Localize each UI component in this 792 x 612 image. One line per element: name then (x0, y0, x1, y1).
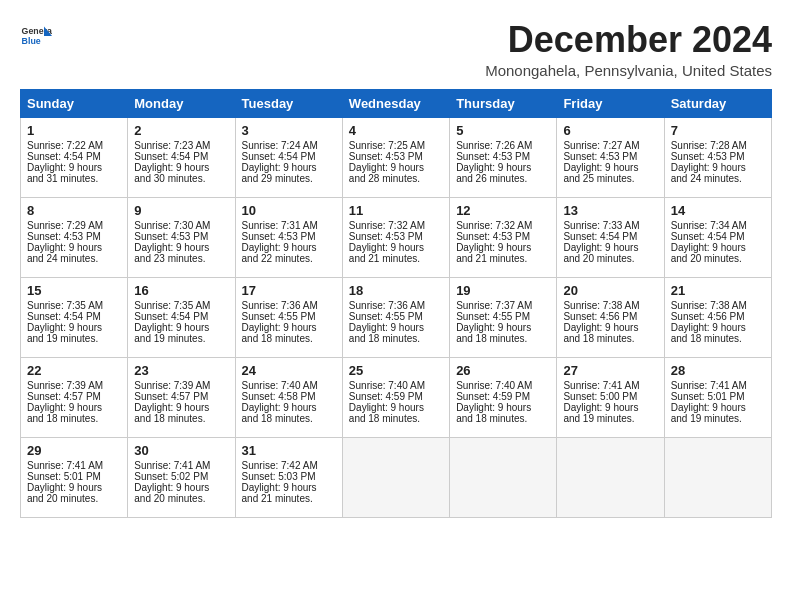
day-number: 30 (134, 443, 228, 458)
sunset-text: Sunset: 4:57 PM (27, 391, 121, 402)
day-number: 3 (242, 123, 336, 138)
day-number: 21 (671, 283, 765, 298)
daylight-text: Daylight: 9 hours and 18 minutes. (27, 402, 121, 424)
sunset-text: Sunset: 4:54 PM (134, 311, 228, 322)
calendar-cell: 14Sunrise: 7:34 AMSunset: 4:54 PMDayligh… (664, 197, 771, 277)
sunset-text: Sunset: 4:57 PM (134, 391, 228, 402)
day-number: 5 (456, 123, 550, 138)
sunrise-text: Sunrise: 7:29 AM (27, 220, 121, 231)
sunset-text: Sunset: 4:53 PM (671, 151, 765, 162)
sunset-text: Sunset: 5:02 PM (134, 471, 228, 482)
calendar-cell: 16Sunrise: 7:35 AMSunset: 4:54 PMDayligh… (128, 277, 235, 357)
sunset-text: Sunset: 4:53 PM (456, 151, 550, 162)
daylight-text: Daylight: 9 hours and 30 minutes. (134, 162, 228, 184)
calendar-cell: 18Sunrise: 7:36 AMSunset: 4:55 PMDayligh… (342, 277, 449, 357)
sunset-text: Sunset: 4:59 PM (456, 391, 550, 402)
sunrise-text: Sunrise: 7:39 AM (27, 380, 121, 391)
sunset-text: Sunset: 4:54 PM (27, 151, 121, 162)
sunset-text: Sunset: 4:54 PM (563, 231, 657, 242)
day-number: 24 (242, 363, 336, 378)
sunset-text: Sunset: 4:54 PM (134, 151, 228, 162)
calendar-cell (664, 437, 771, 517)
calendar-cell: 22Sunrise: 7:39 AMSunset: 4:57 PMDayligh… (21, 357, 128, 437)
calendar-cell (557, 437, 664, 517)
daylight-text: Daylight: 9 hours and 18 minutes. (563, 322, 657, 344)
calendar-week-5: 29Sunrise: 7:41 AMSunset: 5:01 PMDayligh… (21, 437, 772, 517)
daylight-text: Daylight: 9 hours and 18 minutes. (349, 322, 443, 344)
sunrise-text: Sunrise: 7:35 AM (134, 300, 228, 311)
day-number: 16 (134, 283, 228, 298)
day-number: 13 (563, 203, 657, 218)
sunset-text: Sunset: 4:54 PM (671, 231, 765, 242)
daylight-text: Daylight: 9 hours and 29 minutes. (242, 162, 336, 184)
calendar-cell: 5Sunrise: 7:26 AMSunset: 4:53 PMDaylight… (450, 117, 557, 197)
daylight-text: Daylight: 9 hours and 28 minutes. (349, 162, 443, 184)
sunrise-text: Sunrise: 7:36 AM (242, 300, 336, 311)
day-number: 22 (27, 363, 121, 378)
calendar-week-4: 22Sunrise: 7:39 AMSunset: 4:57 PMDayligh… (21, 357, 772, 437)
logo-icon: General Blue (20, 20, 52, 52)
day-number: 31 (242, 443, 336, 458)
sunrise-text: Sunrise: 7:40 AM (349, 380, 443, 391)
daylight-text: Daylight: 9 hours and 18 minutes. (456, 322, 550, 344)
sunrise-text: Sunrise: 7:28 AM (671, 140, 765, 151)
daylight-text: Daylight: 9 hours and 19 minutes. (134, 322, 228, 344)
sunset-text: Sunset: 5:00 PM (563, 391, 657, 402)
sunset-text: Sunset: 4:59 PM (349, 391, 443, 402)
day-number: 7 (671, 123, 765, 138)
sunrise-text: Sunrise: 7:41 AM (134, 460, 228, 471)
day-number: 6 (563, 123, 657, 138)
daylight-text: Daylight: 9 hours and 25 minutes. (563, 162, 657, 184)
sunset-text: Sunset: 5:03 PM (242, 471, 336, 482)
daylight-text: Daylight: 9 hours and 24 minutes. (27, 242, 121, 264)
col-header-wednesday: Wednesday (342, 89, 449, 117)
sunrise-text: Sunrise: 7:23 AM (134, 140, 228, 151)
day-number: 19 (456, 283, 550, 298)
daylight-text: Daylight: 9 hours and 18 minutes. (134, 402, 228, 424)
day-number: 20 (563, 283, 657, 298)
sunrise-text: Sunrise: 7:31 AM (242, 220, 336, 231)
calendar-cell: 17Sunrise: 7:36 AMSunset: 4:55 PMDayligh… (235, 277, 342, 357)
calendar-cell: 24Sunrise: 7:40 AMSunset: 4:58 PMDayligh… (235, 357, 342, 437)
sunrise-text: Sunrise: 7:24 AM (242, 140, 336, 151)
calendar-cell: 20Sunrise: 7:38 AMSunset: 4:56 PMDayligh… (557, 277, 664, 357)
sunset-text: Sunset: 4:53 PM (134, 231, 228, 242)
daylight-text: Daylight: 9 hours and 18 minutes. (242, 322, 336, 344)
daylight-text: Daylight: 9 hours and 26 minutes. (456, 162, 550, 184)
daylight-text: Daylight: 9 hours and 18 minutes. (671, 322, 765, 344)
sunset-text: Sunset: 4:58 PM (242, 391, 336, 402)
sunrise-text: Sunrise: 7:30 AM (134, 220, 228, 231)
calendar-cell: 2Sunrise: 7:23 AMSunset: 4:54 PMDaylight… (128, 117, 235, 197)
sunset-text: Sunset: 4:53 PM (242, 231, 336, 242)
sunset-text: Sunset: 4:55 PM (242, 311, 336, 322)
col-header-sunday: Sunday (21, 89, 128, 117)
calendar-cell: 29Sunrise: 7:41 AMSunset: 5:01 PMDayligh… (21, 437, 128, 517)
day-number: 8 (27, 203, 121, 218)
day-number: 9 (134, 203, 228, 218)
sunrise-text: Sunrise: 7:40 AM (456, 380, 550, 391)
sunset-text: Sunset: 4:53 PM (349, 231, 443, 242)
day-number: 17 (242, 283, 336, 298)
sunset-text: Sunset: 4:56 PM (563, 311, 657, 322)
calendar-cell: 1Sunrise: 7:22 AMSunset: 4:54 PMDaylight… (21, 117, 128, 197)
day-number: 4 (349, 123, 443, 138)
sunrise-text: Sunrise: 7:42 AM (242, 460, 336, 471)
sunrise-text: Sunrise: 7:41 AM (671, 380, 765, 391)
day-number: 10 (242, 203, 336, 218)
calendar-week-2: 8Sunrise: 7:29 AMSunset: 4:53 PMDaylight… (21, 197, 772, 277)
sunrise-text: Sunrise: 7:27 AM (563, 140, 657, 151)
calendar-cell: 25Sunrise: 7:40 AMSunset: 4:59 PMDayligh… (342, 357, 449, 437)
sunset-text: Sunset: 4:53 PM (349, 151, 443, 162)
daylight-text: Daylight: 9 hours and 22 minutes. (242, 242, 336, 264)
location-title: Monongahela, Pennsylvania, United States (485, 62, 772, 79)
col-header-tuesday: Tuesday (235, 89, 342, 117)
calendar-cell: 6Sunrise: 7:27 AMSunset: 4:53 PMDaylight… (557, 117, 664, 197)
daylight-text: Daylight: 9 hours and 20 minutes. (563, 242, 657, 264)
sunset-text: Sunset: 4:56 PM (671, 311, 765, 322)
daylight-text: Daylight: 9 hours and 18 minutes. (456, 402, 550, 424)
daylight-text: Daylight: 9 hours and 21 minutes. (242, 482, 336, 504)
sunrise-text: Sunrise: 7:40 AM (242, 380, 336, 391)
month-title: December 2024 (485, 20, 772, 60)
sunrise-text: Sunrise: 7:38 AM (671, 300, 765, 311)
sunset-text: Sunset: 5:01 PM (671, 391, 765, 402)
